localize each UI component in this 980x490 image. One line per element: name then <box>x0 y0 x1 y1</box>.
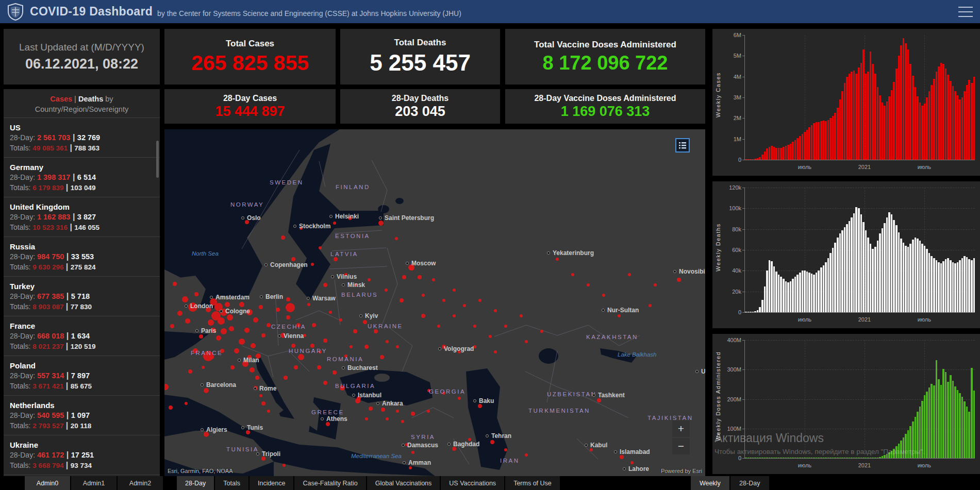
tab-us-vaccinations[interactable]: US Vaccinations <box>441 476 504 490</box>
case-dot[interactable] <box>411 412 415 416</box>
case-dot[interactable] <box>396 410 399 413</box>
case-dot[interactable] <box>540 330 543 333</box>
case-dot[interactable] <box>587 283 590 286</box>
case-dot[interactable] <box>259 305 263 309</box>
case-dot[interactable] <box>400 298 404 302</box>
case-dot[interactable] <box>251 343 256 348</box>
case-dot[interactable] <box>374 329 378 333</box>
case-dot[interactable] <box>276 308 280 312</box>
case-dot[interactable] <box>409 466 412 469</box>
case-dot[interactable] <box>525 340 528 343</box>
case-dot[interactable] <box>402 275 406 279</box>
case-dot[interactable] <box>284 376 288 380</box>
case-dot[interactable] <box>453 314 456 317</box>
case-dot[interactable] <box>378 221 384 226</box>
case-dot[interactable] <box>298 354 304 360</box>
case-dot[interactable] <box>291 344 295 348</box>
zoom-in-button[interactable]: + <box>672 420 690 437</box>
case-dot[interactable] <box>311 263 314 266</box>
case-dot[interactable] <box>250 367 255 373</box>
case-dot[interactable] <box>218 317 225 325</box>
case-dot[interactable] <box>473 325 476 328</box>
case-dot[interactable] <box>227 314 233 320</box>
country-row-germany[interactable]: Germany 28-Day: 1 398 317 | 6 514Totals:… <box>4 157 160 197</box>
country-row-poland[interactable]: Poland 28-Day: 557 314 | 7 897Totals: 3 … <box>4 356 160 395</box>
case-dot[interactable] <box>380 355 384 359</box>
case-dot[interactable] <box>620 455 624 459</box>
case-dot[interactable] <box>339 318 342 322</box>
case-dot[interactable] <box>323 339 327 343</box>
case-dot[interactable] <box>194 292 198 296</box>
case-dot[interactable] <box>294 365 298 369</box>
case-dot[interactable] <box>525 453 528 457</box>
case-dot[interactable] <box>654 283 657 286</box>
country-row-ukraine[interactable]: Ukraine 28-Day: 461 172 | 17 251Totals: … <box>4 435 160 475</box>
country-row-us[interactable]: US 28-Day: 2 561 703 | 32 769Totals: 49 … <box>4 117 160 157</box>
tab-28-day[interactable]: 28-Day <box>730 476 769 490</box>
case-dot[interactable] <box>410 266 414 271</box>
case-dot[interactable] <box>173 282 177 286</box>
country-row-france[interactable]: France 28-Day: 668 018 | 1 634Totals: 8 … <box>4 316 160 356</box>
case-dot[interactable] <box>329 311 332 314</box>
case-dot[interactable] <box>317 365 321 369</box>
case-dot[interactable] <box>182 296 188 302</box>
case-dot[interactable] <box>385 289 388 292</box>
case-dot[interactable] <box>234 348 239 353</box>
tab-admin1[interactable]: Admin1 <box>71 476 117 490</box>
case-dot[interactable] <box>442 299 445 302</box>
case-dot[interactable] <box>489 335 492 338</box>
case-dot[interactable] <box>261 333 265 337</box>
case-dot[interactable] <box>490 440 494 444</box>
case-dot[interactable] <box>170 324 174 328</box>
header-deaths-label[interactable]: Deaths <box>78 95 103 103</box>
case-dot[interactable] <box>259 394 262 397</box>
case-dot[interactable] <box>225 302 230 307</box>
case-dot[interactable] <box>283 464 286 467</box>
case-dot[interactable] <box>239 339 245 345</box>
case-dot[interactable] <box>185 318 190 324</box>
case-dot[interactable] <box>649 304 652 307</box>
case-dot[interactable] <box>208 319 214 326</box>
case-dot[interactable] <box>199 334 203 339</box>
case-dot[interactable] <box>386 340 389 343</box>
case-dot[interactable] <box>350 345 353 348</box>
case-dot[interactable] <box>355 398 360 403</box>
case-dot[interactable] <box>323 283 327 287</box>
tab-case-fatality-ratio[interactable]: Case-Fatality Ratio <box>294 476 366 490</box>
case-dot[interactable] <box>618 314 621 317</box>
case-dot[interactable] <box>281 235 285 240</box>
case-dot[interactable] <box>221 328 227 334</box>
weekly-cases-chart[interactable]: Weekly Cases6M5M4M3M2M1M0июль2021июль <box>712 29 980 176</box>
case-dot[interactable] <box>677 278 681 282</box>
map-canvas[interactable]: SWEDENNORWAYFINLANDESTONIALATVIABELARUSU… <box>164 129 705 476</box>
header-cases-label[interactable]: Cases <box>50 95 72 103</box>
case-dot[interactable] <box>188 369 192 374</box>
case-dot[interactable] <box>418 275 422 279</box>
case-dot[interactable] <box>463 304 466 307</box>
case-dot[interactable] <box>229 326 234 331</box>
case-dot[interactable] <box>363 320 367 324</box>
plot-area[interactable]: 6M5M4M3M2M1M0июль2021июль <box>744 35 975 160</box>
case-dot[interactable] <box>556 258 559 261</box>
plot-area[interactable]: 400M300M200M100M0июль2021июль <box>744 340 975 459</box>
case-dot[interactable] <box>185 402 188 405</box>
case-dot[interactable] <box>602 294 605 297</box>
plot-area[interactable]: 120k100k80k60k40k20k0июль2021июль <box>744 188 975 313</box>
country-row-netherlands[interactable]: Netherlands 28-Day: 540 595 | 1 097Total… <box>4 395 160 435</box>
case-dot[interactable] <box>364 345 369 349</box>
case-dot[interactable] <box>437 325 440 328</box>
case-dot[interactable] <box>571 273 574 276</box>
tab-global-vaccinations[interactable]: Global Vaccinations <box>367 476 440 490</box>
case-dot[interactable] <box>261 401 265 405</box>
tab-admin2[interactable]: Admin2 <box>118 476 163 490</box>
case-dot[interactable] <box>230 365 235 369</box>
case-dot[interactable] <box>253 317 258 323</box>
weekly-deaths-chart[interactable]: Weekly Deaths120k100k80k60k40k20k0июль20… <box>712 181 980 328</box>
case-dot[interactable] <box>401 420 404 423</box>
case-dot[interactable] <box>396 345 399 348</box>
case-dot[interactable] <box>597 398 601 402</box>
case-dot[interactable] <box>333 222 336 225</box>
case-dot[interactable] <box>319 246 322 249</box>
case-dot[interactable] <box>504 448 507 451</box>
menu-icon[interactable] <box>958 7 973 17</box>
